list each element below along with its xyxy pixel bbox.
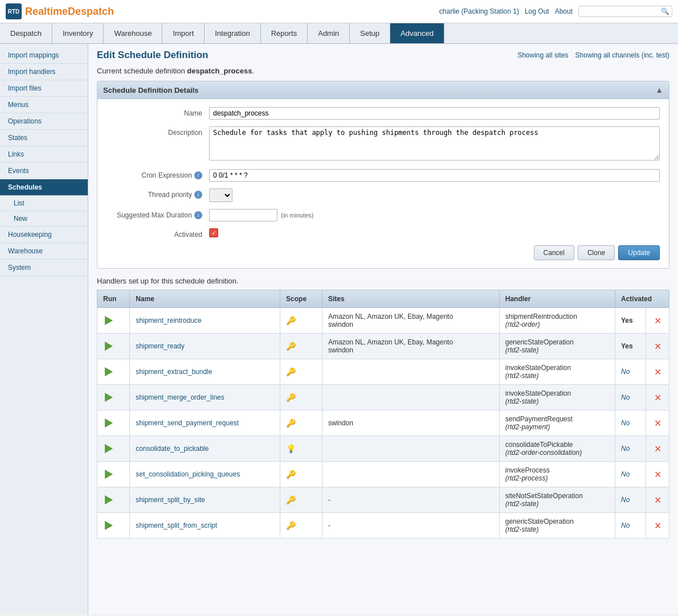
- nav-tab-warehouse[interactable]: Warehouse: [104, 23, 162, 43]
- sidebar-item-import-files[interactable]: Import files: [0, 80, 88, 97]
- sidebar-item-system[interactable]: System: [0, 260, 88, 276]
- table-row: shipment_extract_bundle🔑invokeStateOpera…: [97, 359, 669, 385]
- showing-channels-link[interactable]: Showing all channels (inc. test): [575, 51, 669, 59]
- nav-tab-admin[interactable]: Admin: [308, 23, 350, 43]
- handler-sub-text: (rtd2-order): [505, 321, 540, 328]
- sidebar-item-new[interactable]: New: [0, 211, 88, 227]
- description-field: Schedule for tasks that apply to pushing…: [209, 126, 660, 162]
- sidebar-item-menus[interactable]: Menus: [0, 97, 88, 113]
- sidebar-item-warehouse[interactable]: Warehouse: [0, 243, 88, 260]
- sites-cell: [322, 359, 499, 385]
- sidebar-item-events[interactable]: Events: [0, 163, 88, 179]
- handler-cell: shipmentReintroduction(rtd2-order): [499, 308, 615, 334]
- nav-tab-reports[interactable]: Reports: [261, 23, 308, 43]
- run-button[interactable]: [103, 340, 115, 352]
- run-button[interactable]: [103, 443, 115, 454]
- showing-sites-link[interactable]: Showing all sites: [517, 51, 568, 59]
- about-link[interactable]: About: [555, 7, 573, 15]
- thread-priority-select[interactable]: 1 2 3 4 5: [209, 188, 232, 202]
- sidebar-item-import-handlers[interactable]: Import handlers: [0, 64, 88, 80]
- logout-link[interactable]: Log Out: [525, 7, 549, 15]
- card-header: Schedule Definition Details ▲: [97, 81, 669, 99]
- update-button[interactable]: Update: [618, 245, 660, 260]
- max-duration-input[interactable]: [209, 209, 277, 221]
- delete-button[interactable]: ✕: [652, 340, 663, 352]
- run-cell: [97, 513, 130, 539]
- sidebar-item-list[interactable]: List: [0, 196, 88, 211]
- delete-button[interactable]: ✕: [652, 443, 663, 454]
- main-content: Edit Schedule Definition Showing all sit…: [88, 44, 678, 614]
- name-cell: consolidate_to_pickable: [130, 436, 280, 462]
- run-button[interactable]: [103, 392, 115, 403]
- nav-tab-advanced[interactable]: Advanced: [390, 23, 444, 43]
- cron-input[interactable]: [209, 169, 660, 182]
- activated-checkbox[interactable]: [209, 228, 218, 237]
- sites-cell: [322, 462, 499, 487]
- search-icon[interactable]: 🔍: [661, 7, 669, 15]
- collapse-button[interactable]: ▲: [655, 85, 663, 95]
- name-input[interactable]: [209, 107, 660, 120]
- nav-tab-setup[interactable]: Setup: [350, 23, 390, 43]
- delete-cell: ✕: [646, 462, 669, 487]
- run-button[interactable]: [103, 469, 115, 480]
- activated-value: No: [621, 419, 630, 427]
- handler-name-link[interactable]: shipment_ready: [136, 342, 184, 350]
- run-cell: [97, 436, 130, 462]
- activated-cell: No: [615, 385, 646, 410]
- thread-priority-info-icon[interactable]: i: [194, 191, 202, 199]
- handler-sub-text: (rtd2-state): [505, 525, 539, 533]
- nav-tab-integration[interactable]: Integration: [205, 23, 260, 43]
- navbar: DespatchInventoryWarehouseImportIntegrat…: [0, 23, 678, 44]
- delete-button[interactable]: ✕: [652, 417, 663, 429]
- handler-name-link[interactable]: shipment_split_by_site: [136, 496, 205, 504]
- description-textarea[interactable]: Schedule for tasks that apply to pushing…: [209, 126, 660, 161]
- run-button[interactable]: [103, 417, 115, 429]
- delete-button[interactable]: ✕: [652, 469, 663, 480]
- name-row: Name: [107, 107, 660, 120]
- current-def-name: despatch_process: [187, 67, 252, 75]
- search-input[interactable]: [581, 7, 661, 15]
- sidebar-item-schedules[interactable]: Schedules: [0, 179, 88, 196]
- run-button[interactable]: [103, 315, 115, 326]
- handler-sub-text: (rtd2-state): [505, 397, 539, 405]
- scope-cell: 🔑: [280, 359, 322, 385]
- delete-button[interactable]: ✕: [652, 494, 663, 506]
- delete-button[interactable]: ✕: [652, 392, 663, 403]
- cron-info-icon[interactable]: i: [194, 171, 202, 179]
- handler-name-link[interactable]: shipment_reintroduce: [136, 317, 201, 325]
- handler-cell: genericStateOperation(rtd2-state): [499, 334, 615, 359]
- name-label: Name: [107, 107, 209, 117]
- handler-name-link[interactable]: shipment_split_from_script: [136, 521, 217, 529]
- name-cell: shipment_split_by_site: [130, 487, 280, 513]
- handler-name-link[interactable]: shipment_extract_bundle: [136, 368, 212, 376]
- delete-button[interactable]: ✕: [652, 315, 663, 326]
- activated-row: Activated: [107, 228, 660, 239]
- run-button[interactable]: [103, 494, 115, 506]
- nav-tab-inventory[interactable]: Inventory: [52, 23, 104, 43]
- name-cell: shipment_reintroduce: [130, 308, 280, 334]
- handler-name-link[interactable]: consolidate_to_pickable: [136, 445, 209, 453]
- run-button[interactable]: [103, 366, 115, 377]
- sidebar-item-states[interactable]: States: [0, 130, 88, 146]
- sidebar-item-housekeeping[interactable]: Housekeeping: [0, 227, 88, 243]
- username-link[interactable]: charlie (Packing Station 1): [439, 7, 519, 15]
- handler-name-link[interactable]: shipment_send_payment_request: [136, 419, 239, 427]
- delete-button[interactable]: ✕: [652, 366, 663, 377]
- handler-name-link[interactable]: shipment_merge_order_lines: [136, 393, 224, 401]
- sidebar-item-links[interactable]: Links: [0, 146, 88, 163]
- nav-tab-despatch[interactable]: Despatch: [0, 23, 52, 43]
- max-duration-label: Suggested Max Duration i: [107, 209, 209, 219]
- delete-button[interactable]: ✕: [652, 520, 663, 531]
- run-button[interactable]: [103, 520, 115, 531]
- max-duration-info-icon[interactable]: i: [194, 211, 202, 219]
- scope-cell: 🔑: [280, 487, 322, 513]
- sidebar-item-import-mappings[interactable]: Import mappings: [0, 47, 88, 64]
- sidebar-item-operations[interactable]: Operations: [0, 113, 88, 130]
- clone-button[interactable]: Clone: [578, 245, 615, 260]
- nav-tab-import[interactable]: Import: [162, 23, 205, 43]
- handler-name-link[interactable]: set_consolidation_picking_queues: [136, 470, 240, 478]
- name-cell: shipment_send_payment_request: [130, 410, 280, 436]
- activated-cell: No: [615, 513, 646, 539]
- cancel-button[interactable]: Cancel: [534, 245, 574, 260]
- activated-cell: No: [615, 359, 646, 385]
